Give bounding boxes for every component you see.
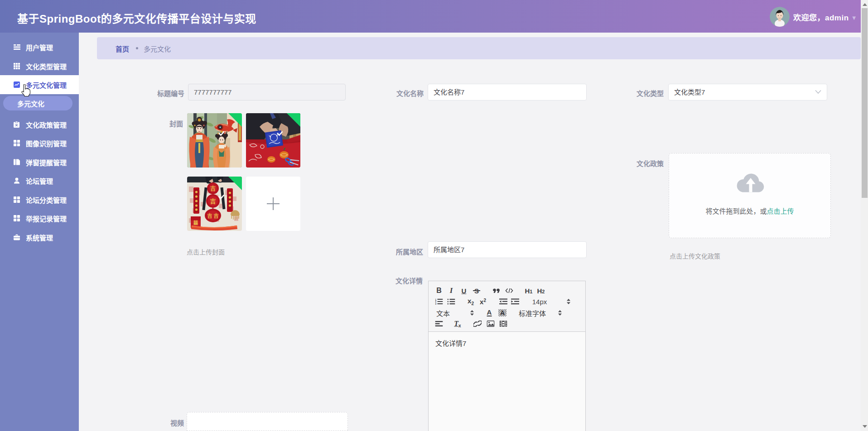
svg-text:3: 3 [435,303,437,305]
svg-text:吉: 吉 [210,185,216,192]
svg-text:吉: 吉 [207,213,212,219]
svg-text:吉: 吉 [210,198,216,205]
svg-text:囍: 囍 [193,220,198,225]
svg-text:A: A [500,309,505,316]
svg-text:吉: 吉 [214,213,219,219]
